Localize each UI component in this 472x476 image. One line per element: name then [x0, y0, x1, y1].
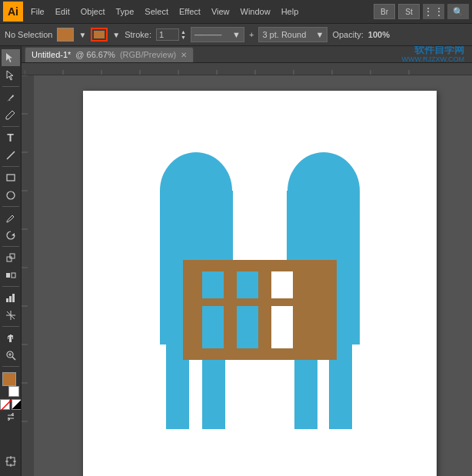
stroke-swatch[interactable]: [8, 386, 19, 397]
swap-colors-icon[interactable]: [6, 412, 15, 421]
artboard-tool[interactable]: [2, 453, 20, 470]
toolbar-separator-7: [2, 326, 19, 327]
svg-rect-4: [10, 254, 15, 258]
fill-color-box[interactable]: [57, 28, 74, 42]
svg-rect-6: [12, 273, 15, 278]
gradient-swatch[interactable]: [12, 399, 22, 410]
svg-rect-57: [271, 271, 293, 348]
toolbar-separator-1: [2, 86, 19, 87]
svg-point-47: [160, 152, 232, 229]
ruler-vertical: [22, 75, 34, 476]
menu-type[interactable]: Type: [111, 5, 139, 18]
stroke-down-arrow[interactable]: ▼: [181, 35, 186, 40]
none-swatch[interactable]: [0, 399, 10, 410]
canvas-container: Untitled-1* @ 66.67% (RGB/Preview) ✕ 软件自…: [22, 46, 472, 476]
toolbar-separator-6: [2, 286, 19, 287]
swatch-extras: [0, 399, 22, 410]
svg-point-49: [288, 152, 360, 229]
options-bar: No Selection ▼ ▼ Stroke: 1 ▲ ▼ ───── ▼ +…: [0, 23, 472, 46]
pen-tool[interactable]: [2, 89, 20, 106]
line-tool[interactable]: [2, 147, 20, 164]
blend-tool[interactable]: [2, 267, 20, 284]
tab-bar: Untitled-1* @ 66.67% (RGB/Preview) ✕ 软件自…: [22, 46, 472, 63]
svg-rect-7: [6, 298, 8, 302]
opacity-value: 100%: [368, 30, 390, 39]
svg-rect-60: [183, 348, 337, 358]
top-right-buttons: Br St ⋮⋮ 🔍: [374, 4, 469, 19]
stroke-up-arrow[interactable]: ▲: [181, 29, 186, 35]
menu-view[interactable]: View: [207, 5, 234, 18]
menu-effect[interactable]: Effect: [175, 5, 205, 18]
direct-selection-tool[interactable]: [2, 67, 20, 84]
left-toolbar: T: [0, 46, 22, 476]
svg-rect-23: [25, 64, 447, 75]
scale-tool[interactable]: [2, 249, 20, 266]
hand-tool[interactable]: [2, 329, 20, 346]
svg-point-2: [7, 191, 15, 199]
toolbar-separator-5: [2, 246, 19, 247]
app-logo: Ai: [3, 2, 23, 22]
main-layout: T: [0, 46, 472, 476]
stroke-spinbox[interactable]: 1 ▲ ▼: [156, 28, 186, 41]
svg-rect-35: [22, 75, 34, 476]
svg-line-14: [12, 357, 15, 360]
svg-line-0: [7, 151, 15, 159]
svg-rect-5: [6, 273, 10, 278]
toolbar-separator-4: [2, 206, 19, 207]
toolbar-separator-2: [2, 126, 19, 127]
extra-icons: [0, 412, 22, 421]
search-icon[interactable]: 🔍: [447, 4, 469, 19]
menu-bar: File Edit Object Type Select Effect View…: [26, 5, 371, 18]
rotate-tool[interactable]: [2, 227, 20, 244]
column-graph-tool[interactable]: [2, 289, 20, 306]
stroke-label: Stroke:: [125, 30, 151, 39]
title-bar: Ai File Edit Object Type Select Effect V…: [0, 0, 472, 23]
stock-button[interactable]: St: [398, 4, 420, 19]
selection-label: No Selection: [5, 30, 52, 39]
svg-rect-59: [183, 260, 337, 269]
fill-swatch[interactable]: [2, 372, 16, 386]
document-tab[interactable]: Untitled-1* @ 66.67% (RGB/Preview) ✕: [25, 47, 194, 62]
color-swatch-group: [0, 372, 22, 397]
stroke-profile-dropdown[interactable]: ───── ▼: [191, 27, 244, 42]
rectangle-tool[interactable]: [2, 169, 20, 186]
menu-select[interactable]: Select: [140, 5, 173, 18]
fill-arrow: ▼: [78, 31, 86, 39]
toolbar-separator-8: [2, 366, 19, 367]
selection-tool[interactable]: [2, 49, 20, 66]
opacity-label: Opacity:: [332, 30, 363, 39]
watermark: 软件自学网 WWW.RJZXW.COM: [402, 46, 469, 64]
type-tool[interactable]: T: [2, 129, 20, 146]
tab-close-button[interactable]: ✕: [181, 51, 187, 59]
menu-object[interactable]: Object: [76, 5, 110, 18]
svg-rect-9: [12, 294, 15, 302]
toolbar-separator-3: [2, 166, 19, 167]
svg-rect-61: [183, 298, 337, 306]
svg-rect-8: [9, 296, 12, 302]
bridge-button[interactable]: Br: [374, 4, 395, 19]
mesh-tool[interactable]: [2, 307, 20, 324]
svg-line-17: [1, 400, 12, 411]
svg-rect-3: [7, 257, 12, 261]
svg-rect-1: [7, 175, 15, 181]
menu-window[interactable]: Window: [236, 5, 275, 18]
menu-edit[interactable]: Edit: [51, 5, 75, 18]
canvas-area[interactable]: [22, 75, 472, 476]
pencil-tool[interactable]: [2, 107, 20, 124]
stroke-arrow: ▼: [112, 31, 120, 39]
grid-button[interactable]: ⋮⋮: [423, 4, 444, 19]
zoom-tool[interactable]: [2, 347, 20, 364]
artboard: [83, 91, 437, 476]
ruler-horizontal: [22, 63, 472, 75]
menu-help[interactable]: Help: [277, 5, 304, 18]
svg-rect-55: [202, 271, 224, 348]
tab-title: Untitled-1*: [32, 50, 71, 59]
menu-file[interactable]: File: [26, 5, 49, 18]
illustration: [83, 91, 437, 476]
ellipse-tool[interactable]: [2, 187, 20, 204]
svg-rect-56: [237, 271, 258, 348]
paintbrush-tool[interactable]: [2, 209, 20, 226]
artboard-nav: [0, 450, 22, 473]
pt-round-dropdown[interactable]: 3 pt. Round ▼: [258, 27, 327, 42]
stroke-color-box[interactable]: [91, 28, 108, 42]
